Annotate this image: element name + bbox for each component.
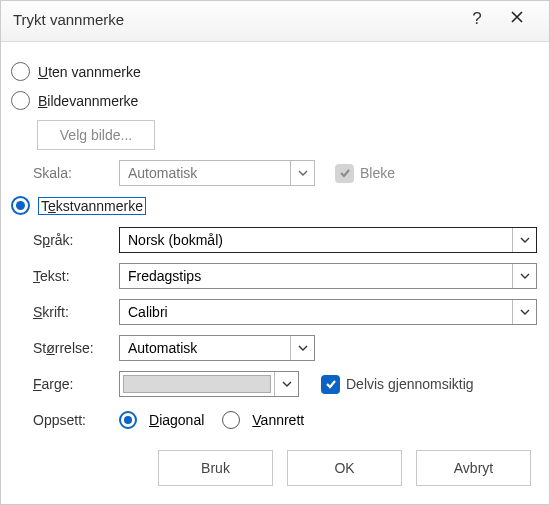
color-label: Farge: [33, 376, 119, 392]
layout-horizontal-radio[interactable] [222, 411, 240, 429]
semitransparent-checkbox[interactable] [321, 375, 340, 394]
language-combo[interactable]: Norsk (bokmål) [119, 227, 537, 253]
chevron-down-icon [512, 264, 536, 288]
washout-label: Bleke [360, 165, 395, 181]
font-value: Calibri [120, 304, 512, 320]
layout-label: Oppsett: [33, 412, 119, 428]
chevron-down-icon [290, 336, 314, 360]
watermark-dialog: Trykt vannmerke ? Uten vannmerke Bildeva… [0, 0, 550, 505]
cancel-button[interactable]: Avbryt [416, 450, 531, 486]
option-text-label: Tekstvannmerke [38, 198, 146, 214]
chevron-down-icon [290, 161, 314, 185]
close-button[interactable] [497, 9, 537, 29]
dialog-footer: Bruk OK Avbryt [1, 436, 549, 504]
text-label: Tekst: [33, 268, 119, 284]
color-combo[interactable] [119, 371, 299, 397]
size-value: Automatisk [120, 340, 290, 356]
layout-diagonal-radio[interactable] [119, 411, 137, 429]
size-combo[interactable]: Automatisk [119, 335, 315, 361]
radio-icon [11, 62, 30, 81]
option-picture[interactable]: Bildevannmerke [11, 91, 539, 110]
layout-diagonal-label: Diagonal [149, 412, 204, 428]
font-combo[interactable]: Calibri [119, 299, 537, 325]
option-none-label: Uten vannmerke [38, 64, 141, 80]
titlebar: Trykt vannmerke ? [1, 1, 549, 42]
dialog-body: Uten vannmerke Bildevannmerke Velg bilde… [1, 42, 549, 504]
chevron-down-icon [512, 228, 536, 252]
option-none[interactable]: Uten vannmerke [11, 62, 539, 81]
chevron-down-icon [512, 300, 536, 324]
text-value: Fredagstips [120, 268, 512, 284]
font-label: Skrift: [33, 304, 119, 320]
scale-value: Automatisk [120, 165, 290, 181]
chevron-down-icon [274, 372, 298, 396]
ok-button[interactable]: OK [287, 450, 402, 486]
size-label: Størrelse: [33, 340, 119, 356]
semitransparent-label: Delvis gjennomsiktig [346, 376, 474, 392]
layout-horizontal-label: Vannrett [252, 412, 304, 428]
select-picture-button[interactable]: Velg bilde... [37, 120, 155, 150]
scale-combo[interactable]: Automatisk [119, 160, 315, 186]
radio-icon-checked [11, 196, 30, 215]
scale-label: Skala: [33, 165, 119, 181]
apply-button[interactable]: Bruk [158, 450, 273, 486]
option-text[interactable]: Tekstvannmerke [11, 196, 539, 215]
washout-checkbox[interactable] [335, 164, 354, 183]
language-value: Norsk (bokmål) [120, 232, 512, 248]
radio-icon [11, 91, 30, 110]
text-combo[interactable]: Fredagstips [119, 263, 537, 289]
help-button[interactable]: ? [457, 9, 497, 29]
dialog-title: Trykt vannmerke [13, 11, 457, 28]
option-picture-label: Bildevannmerke [38, 93, 138, 109]
language-label: Språk: [33, 232, 119, 248]
color-swatch [123, 375, 271, 393]
